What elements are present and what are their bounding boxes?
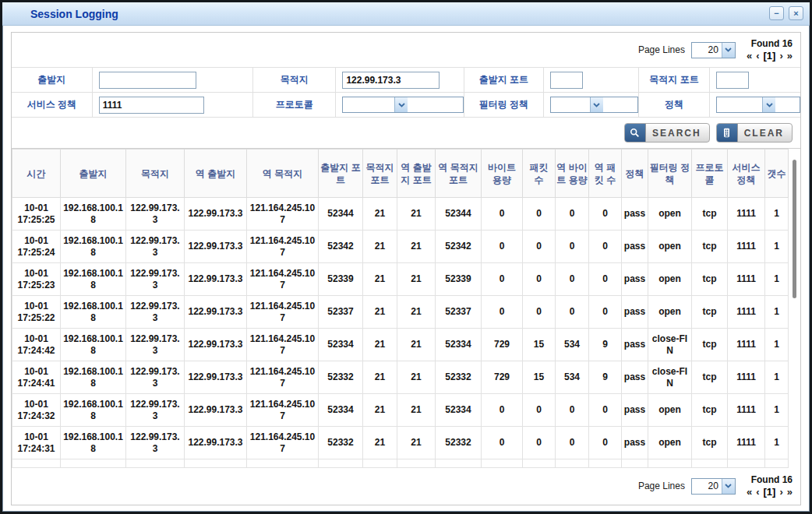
- table-cell: 52334: [436, 394, 482, 427]
- destination-input[interactable]: [342, 72, 440, 89]
- table-cell: 0: [482, 263, 523, 296]
- policy-select[interactable]: [716, 97, 800, 113]
- table-cell: [247, 459, 319, 468]
- page-lines-value: 20: [692, 43, 722, 58]
- search-button[interactable]: SEARCH: [624, 123, 710, 143]
- table-cell: 1: [765, 231, 789, 263]
- table-cell: pass: [622, 427, 648, 459]
- table-cell: 192.168.100.18: [61, 329, 126, 361]
- table-cell: 10-01 17:25:22: [12, 296, 61, 329]
- page-current[interactable]: [1]: [764, 50, 776, 62]
- table-cell: 0: [556, 427, 589, 459]
- table-cell: 0: [556, 231, 589, 263]
- table-cell: 1: [765, 361, 789, 394]
- page-last-button[interactable]: »: [787, 50, 793, 62]
- page-prev-button[interactable]: ‹: [756, 486, 759, 498]
- table-cell: 1111: [728, 263, 765, 296]
- table-cell: pass: [622, 394, 648, 427]
- top-pager-bar: Page Lines 20 Found 16 « ‹ [1] › »: [12, 33, 800, 67]
- policy-label: 정책: [638, 93, 709, 118]
- table-cell: 0: [523, 427, 556, 459]
- table-cell: 0: [482, 394, 523, 427]
- table-cell: 1: [765, 263, 789, 296]
- source-port-input[interactable]: [550, 72, 583, 89]
- table-cell: 0: [523, 198, 556, 231]
- table-row: 10-01 17:25:25192.168.100.18122.99.173.3…: [12, 198, 789, 231]
- page-current[interactable]: [1]: [764, 486, 776, 498]
- table-cell: 0: [589, 296, 622, 329]
- page-next-button[interactable]: ›: [779, 50, 782, 62]
- table-cell: 122.99.173.3: [185, 263, 247, 296]
- filtering-policy-select[interactable]: [550, 97, 638, 113]
- table-cell: 121.164.245.107: [247, 198, 319, 231]
- clear-button[interactable]: CLEAR: [716, 123, 793, 143]
- table-cell: 0: [556, 198, 589, 231]
- table-cell: 192.168.100.18: [61, 198, 126, 231]
- chevron-down-icon: [762, 97, 775, 112]
- close-icon[interactable]: ×: [789, 6, 803, 20]
- page-lines-value: 20: [692, 479, 722, 494]
- page-first-button[interactable]: «: [747, 50, 752, 62]
- table-cell: 192.168.100.18: [61, 394, 126, 427]
- chevron-down-icon: [590, 97, 603, 112]
- action-button-bar: SEARCH CLEAR: [12, 118, 800, 149]
- table-cell: 0: [482, 296, 523, 329]
- table-cell: 21: [397, 296, 436, 329]
- minimize-icon[interactable]: −: [769, 6, 784, 20]
- page-prev-button[interactable]: ‹: [756, 50, 759, 62]
- table-cell: open: [648, 394, 692, 427]
- table-cell: [728, 459, 765, 468]
- table-cell: 9: [589, 361, 622, 394]
- table-cell: 21: [397, 263, 436, 296]
- table-cell: 0: [556, 263, 589, 296]
- table-cell: 192.168.100.18: [61, 231, 126, 263]
- table-cell: [12, 459, 61, 468]
- column-header: 역 목적지 포트: [436, 150, 482, 198]
- table-cell: [523, 459, 556, 468]
- table-cell: 9: [589, 329, 622, 361]
- table-cell: 729: [482, 361, 523, 394]
- table-cell: 1: [765, 427, 789, 459]
- table-cell: tcp: [692, 329, 728, 361]
- search-icon: [625, 123, 646, 143]
- column-header: 필터링 정책: [648, 150, 692, 198]
- table-cell: 0: [482, 231, 523, 263]
- table-cell: 0: [589, 231, 622, 263]
- table-cell: 52337: [436, 296, 482, 329]
- column-header: 정책: [622, 150, 648, 198]
- table-cell: open: [648, 296, 692, 329]
- table-cell: 122.99.173.3: [185, 361, 247, 394]
- pagination: « ‹ [1] › »: [747, 486, 793, 498]
- table-cell: 192.168.100.18: [61, 427, 126, 459]
- destination-port-input[interactable]: [716, 72, 749, 89]
- table-cell: [648, 459, 692, 468]
- table-row: 10-01 17:24:32192.168.100.18122.99.173.3…: [12, 394, 789, 427]
- source-input[interactable]: [99, 72, 196, 89]
- column-header: 시간: [12, 150, 61, 198]
- table-scrollbar[interactable]: [793, 160, 796, 298]
- table-cell: pass: [622, 198, 648, 231]
- table-cell: 0: [482, 427, 523, 459]
- page-first-button[interactable]: «: [747, 486, 752, 498]
- bottom-pager-bar: Page Lines 20 Found 16 « ‹ [1] › »: [12, 468, 800, 504]
- found-count: Found 16: [747, 474, 793, 486]
- column-header: 갯수: [765, 150, 789, 198]
- table-row: 10-01 17:24:41192.168.100.18122.99.173.3…: [12, 361, 789, 394]
- service-policy-input[interactable]: [99, 97, 204, 114]
- page-next-button[interactable]: ›: [779, 486, 782, 498]
- table-zone: 시간출발지목적지역 출발지역 목적지출발지 포트목적지 포트역 출발지 포트역 …: [12, 149, 788, 468]
- table-cell: 122.99.173.3: [185, 329, 247, 361]
- table-cell: 0: [589, 394, 622, 427]
- table-cell: [436, 459, 482, 468]
- table-cell: 0: [589, 427, 622, 459]
- table-cell: open: [648, 231, 692, 263]
- page-lines-label: Page Lines: [638, 44, 685, 55]
- page-lines-select[interactable]: 20: [691, 478, 736, 495]
- page-last-button[interactable]: »: [787, 486, 793, 498]
- table-header-row: 시간출발지목적지역 출발지역 목적지출발지 포트목적지 포트역 출발지 포트역 …: [12, 150, 789, 198]
- protocol-select[interactable]: [342, 97, 464, 113]
- chevron-down-icon: [722, 479, 735, 494]
- table-cell: 122.99.173.3: [185, 296, 247, 329]
- page-lines-select[interactable]: 20: [691, 42, 736, 58]
- table-cell: 21: [363, 329, 397, 361]
